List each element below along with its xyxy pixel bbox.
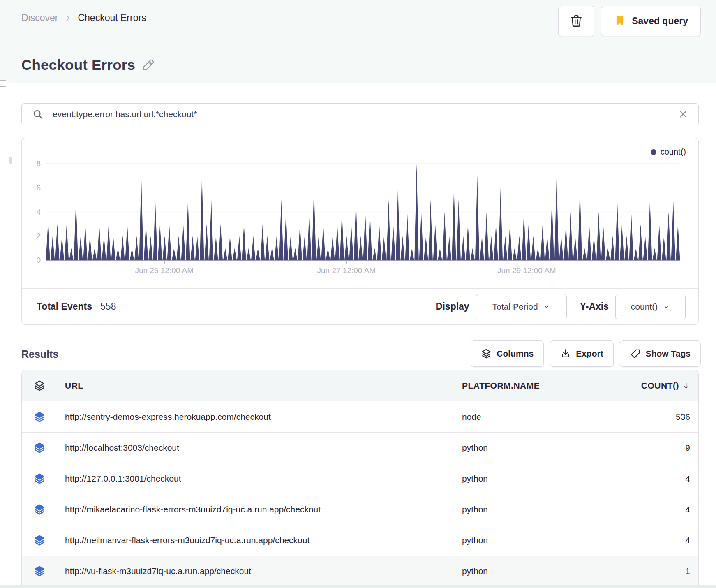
x-axis-tick-mark [164,260,165,264]
chart-controls: Display Total Period Y-Axis count() [436,294,686,319]
saved-query-button[interactable]: Saved query [601,6,701,36]
legend-label: count() [661,147,686,157]
row-url[interactable]: http://localhost:3003/checkout [57,443,462,453]
results-actions: Columns Export Show Tags [471,340,701,367]
breadcrumb: Discover Checkout Errors [21,12,146,23]
row-count: 536 [608,412,690,422]
x-axis-tick-label: Jun 25 12:00 AM [135,266,194,275]
x-axis-tick-label: Jun 27 12:00 AM [317,266,376,275]
saved-query-label: Saved query [632,16,688,27]
y-axis-tick-label: 0 [22,256,41,265]
row-count: 1 [608,566,690,576]
row-platform: python [462,535,608,545]
table-row: http://localhost:3003/checkout python 9 [22,432,698,463]
row-count: 4 [608,474,690,484]
chart-legend[interactable]: count() [651,147,686,157]
chevron-down-icon [663,303,670,310]
search-icon [32,109,44,120]
export-button[interactable]: Export [550,340,614,367]
legend-dot-icon [651,149,656,155]
delete-query-button[interactable] [558,6,594,36]
events-chart-panel: count() 02468 Jun 25 12:00 AMJun 27 12:0… [21,138,699,325]
row-actions-layers-icon[interactable] [22,565,57,577]
display-value: Total Period [492,302,538,312]
breadcrumb-discover-link[interactable]: Discover [21,12,58,23]
table-header-row: URL PLATFORM.NAME COUNT() [22,370,698,401]
header-actions: Saved query [558,6,701,36]
y-axis-tick-label: 8 [22,159,41,168]
export-label: Export [576,349,603,359]
columns-button[interactable]: Columns [471,340,544,367]
discover-page: Discover Checkout Errors [0,0,716,588]
row-actions-layers-icon[interactable] [22,411,57,423]
table-body: http://sentry-demos-express.herokuapp.co… [22,401,698,586]
search-input[interactable] [53,109,670,119]
results-table: URL PLATFORM.NAME COUNT() http://sentry-… [21,370,699,588]
y-axis-tick-label: 2 [22,231,41,241]
row-platform: python [462,505,608,514]
x-axis-tick-mark [527,260,527,264]
y-axis-label: Y-Axis [580,301,609,312]
row-platform: python [462,443,608,453]
row-url[interactable]: http://vu-flask-m3uuizd7iq-uc.a.run.app/… [57,566,462,576]
table-row: http://127.0.0.1:3001/checkout python 4 [22,463,698,494]
page-bottom-strip [0,585,716,588]
total-events-label: Total Events [37,301,92,312]
row-platform: python [462,474,608,484]
row-platform: python [462,566,608,576]
search-bar [21,103,699,125]
y-axis-tick-label: 4 [22,208,41,217]
column-header-count[interactable]: COUNT() [608,381,690,391]
y-axis-value: count() [631,302,658,312]
show-tags-button[interactable]: Show Tags [620,340,701,367]
edit-title-icon[interactable] [142,58,155,72]
breadcrumb-current: Checkout Errors [78,12,146,23]
table-row: http://mikaelacarino-flask-errors-m3uuiz… [22,494,698,525]
sort-descending-icon [682,382,690,390]
clear-search-icon[interactable] [679,110,688,119]
row-url[interactable]: http://neilmanvar-flask-errors-m3uuizd7i… [57,535,462,545]
download-icon [560,348,571,359]
scroll-pill[interactable] [9,157,12,164]
results-heading: Results [21,348,58,360]
chart-x-axis: Jun 25 12:00 AMJun 27 12:00 AMJun 29 12:… [46,260,680,285]
x-axis-tick-label: Jun 29 12:00 AM [497,266,556,275]
row-actions-layers-icon[interactable] [22,535,57,546]
table-row: http://neilmanvar-flask-errors-m3uuizd7i… [22,525,698,556]
column-header-url[interactable]: URL [57,381,462,391]
trash-icon [569,14,583,28]
row-actions-layers-icon[interactable] [22,473,57,484]
row-count: 4 [608,505,690,514]
layers-icon [481,348,492,359]
row-actions-layers-icon[interactable] [22,442,57,454]
row-actions-layers-icon[interactable] [22,504,57,515]
y-axis-select[interactable]: count() [615,294,686,319]
x-axis-tick-mark [346,260,347,264]
page-header: Discover Checkout Errors [0,0,716,83]
row-url[interactable]: http://mikaelacarino-flask-errors-m3uuiz… [57,505,462,514]
display-label: Display [436,301,469,312]
columns-label: Columns [497,349,534,359]
layers-icon[interactable] [22,380,57,391]
chart-footer: Total Events 558 Display Total Period Y-… [22,289,698,324]
total-events-value: 558 [100,301,116,312]
column-header-platform[interactable]: PLATFORM.NAME [462,381,608,391]
table-row: http://vu-flask-m3uuizd7iq-uc.a.run.app/… [22,556,698,586]
row-count: 9 [608,443,690,453]
row-url[interactable]: http://sentry-demos-express.herokuapp.co… [57,412,462,422]
show-tags-label: Show Tags [646,349,691,359]
table-row: http://sentry-demos-express.herokuapp.co… [22,401,698,432]
sidebar-collapse-handle[interactable] [0,80,6,87]
events-chart [46,161,680,262]
y-axis-tick-label: 6 [22,183,41,192]
page-title-text: Checkout Errors [21,57,135,73]
display-select[interactable]: Total Period [476,294,567,319]
row-platform: node [462,412,608,422]
total-events: Total Events 558 [37,301,116,312]
chevron-right-icon [64,14,72,22]
chevron-down-icon [543,303,550,310]
row-count: 4 [608,535,690,545]
row-url[interactable]: http://127.0.0.1:3001/checkout [57,474,462,484]
page-title: Checkout Errors [21,57,155,73]
bookmark-icon [614,15,626,27]
